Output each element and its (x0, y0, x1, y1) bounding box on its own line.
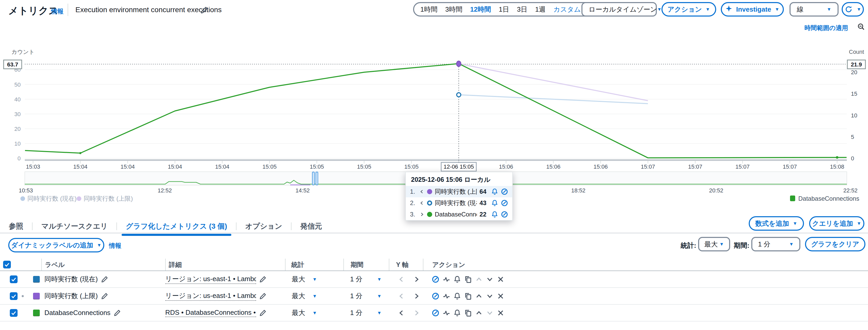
bell-icon[interactable] (491, 199, 498, 207)
time-range-3日[interactable]: 3日 (517, 5, 527, 14)
time-range-3時間[interactable]: 3時間 (445, 5, 462, 14)
action-pulse-icon[interactable] (442, 309, 450, 317)
period-cell[interactable]: 1 分▼ (343, 275, 389, 284)
action-chevron-down-icon[interactable] (486, 275, 494, 283)
apply-time-range-link[interactable]: 時間範囲の適用 (805, 24, 848, 32)
svg-text:15:08: 15:08 (830, 163, 844, 170)
row-checkbox[interactable] (10, 309, 18, 317)
svg-text:15:05: 15:05 (357, 163, 371, 170)
time-range-1日[interactable]: 1日 (499, 5, 509, 14)
action-copy-icon[interactable] (464, 275, 472, 283)
investigate-button[interactable]: Investigate▼ (721, 2, 784, 17)
action-copy-icon[interactable] (464, 292, 472, 300)
period-cell[interactable]: 1 分▼ (343, 292, 389, 301)
action-close-icon[interactable] (497, 292, 504, 300)
actions-cell (423, 309, 598, 317)
info-link[interactable]: 情報 (51, 7, 63, 16)
pencil-icon (101, 293, 108, 300)
metric-details-link[interactable]: リージョン: us-east-1 • Lambda • Executio (165, 291, 256, 301)
action-copy-icon[interactable] (464, 309, 472, 317)
add-math-button[interactable]: 数式を追加▼ (749, 216, 804, 231)
info-link-2[interactable]: 情報 (109, 242, 121, 250)
stat-cell[interactable]: 最大▼ (285, 308, 343, 317)
tab-3[interactable]: グラフ化したメトリクス (3 個) (117, 219, 236, 235)
clear-graph-button[interactable]: グラフをクリア (805, 237, 865, 251)
add-query-button[interactable]: クエリを追加▼ (809, 216, 864, 231)
timezone-dropdown[interactable]: ローカルタイムゾーン▼ (582, 2, 657, 17)
time-range-1週[interactable]: 1週 (535, 5, 546, 14)
refresh-split-button[interactable]: ▼ (842, 2, 864, 17)
refresh-icon (845, 5, 852, 13)
metric-label: 同時実行数 (上限) (41, 292, 98, 301)
stat-cell[interactable]: 最大▼ (285, 275, 343, 284)
edit-label-pencil-icon[interactable] (101, 293, 108, 300)
metric-label: DatabaseConnections (41, 309, 111, 317)
compass-icon[interactable] (501, 188, 508, 195)
select-all-cell (0, 258, 41, 271)
edit-details-pencil-icon[interactable] (259, 276, 267, 283)
time-range-custom[interactable]: カスタム (553, 5, 581, 14)
row-checkbox[interactable] (10, 292, 18, 300)
yaxis-right-button[interactable] (412, 292, 420, 300)
select-all-checkbox[interactable] (3, 261, 11, 269)
action-close-icon[interactable] (497, 309, 504, 317)
line-style-dropdown[interactable]: 線▼ (789, 2, 839, 17)
pencil-icon (114, 309, 121, 317)
stat-cell[interactable]: 最大▼ (285, 292, 343, 301)
bell-icon[interactable] (491, 188, 498, 195)
action-chevron-up-icon[interactable] (475, 275, 483, 283)
col-stat: 統計 (285, 258, 343, 271)
row-checkbox[interactable] (10, 275, 18, 283)
tooltip-row-number: 3. (410, 211, 417, 218)
tab-5[interactable]: 発信元 (291, 219, 331, 235)
statistic-dropdown[interactable]: 最大▼ (698, 237, 730, 251)
action-chevron-up-icon[interactable] (475, 292, 483, 300)
compass-icon[interactable] (501, 211, 508, 218)
action-chevron-down-icon[interactable] (486, 292, 494, 300)
action-compass-icon[interactable] (432, 309, 439, 317)
yaxis-left-button[interactable] (398, 309, 405, 317)
bell-icon[interactable] (491, 211, 498, 218)
edit-label-pencil-icon[interactable] (114, 309, 121, 317)
compass-icon[interactable] (501, 199, 508, 207)
tab-1[interactable]: 参照 (0, 219, 32, 235)
yaxis-left-button[interactable] (398, 275, 405, 283)
edit-details-pencil-icon[interactable] (259, 309, 267, 317)
svg-text:14:52: 14:52 (296, 187, 310, 194)
add-dynamic-label-button[interactable]: ダイナミックラベルの追加▼ (8, 238, 104, 252)
color-swatch[interactable] (33, 293, 40, 300)
color-swatch[interactable] (33, 276, 40, 283)
metric-details-link[interactable]: RDS • DatabaseConnections • DBInstance (165, 308, 256, 317)
yaxis-left-button[interactable] (398, 292, 405, 300)
action-bell-icon[interactable] (453, 275, 461, 283)
tab-2[interactable]: マルチソースクエリ (33, 219, 117, 235)
time-range-12時間[interactable]: 12時間 (470, 5, 491, 14)
period-dropdown[interactable]: 1 分▼ (751, 237, 800, 251)
yaxis-right-button[interactable] (412, 309, 420, 317)
period-cell[interactable]: 1 分▼ (343, 308, 389, 317)
caret-down-icon[interactable]: ▼ (855, 7, 864, 11)
actions-cell (423, 292, 598, 300)
action-bell-icon[interactable] (453, 292, 461, 300)
edit-label-pencil-icon[interactable] (101, 276, 108, 283)
action-chevron-down-icon[interactable] (486, 309, 494, 317)
svg-text:15:04: 15:04 (215, 163, 229, 170)
color-swatch[interactable] (33, 309, 40, 316)
zoom-out-icon[interactable] (857, 23, 865, 33)
chevron-right-icon (412, 292, 420, 300)
edit-title-pencil-icon[interactable] (200, 6, 208, 16)
time-range-1時間[interactable]: 1時間 (420, 5, 437, 14)
action-pulse-icon[interactable] (442, 275, 450, 283)
action-chevron-up-icon[interactable] (475, 309, 483, 317)
action-bell-icon[interactable] (453, 309, 461, 317)
action-compass-icon[interactable] (432, 275, 439, 283)
yaxis-right-button[interactable] (412, 275, 420, 283)
tab-4[interactable]: オプション (237, 219, 291, 235)
action-pulse-icon[interactable] (442, 292, 450, 300)
action-close-icon[interactable] (497, 275, 504, 283)
refresh-icon[interactable] (842, 5, 855, 13)
action-compass-icon[interactable] (432, 292, 439, 300)
edit-details-pencil-icon[interactable] (259, 293, 267, 300)
actions-dropdown-button[interactable]: アクション▼ (661, 2, 716, 17)
metric-details-link[interactable]: リージョン: us-east-1 • Lambda • Executio (165, 274, 256, 284)
